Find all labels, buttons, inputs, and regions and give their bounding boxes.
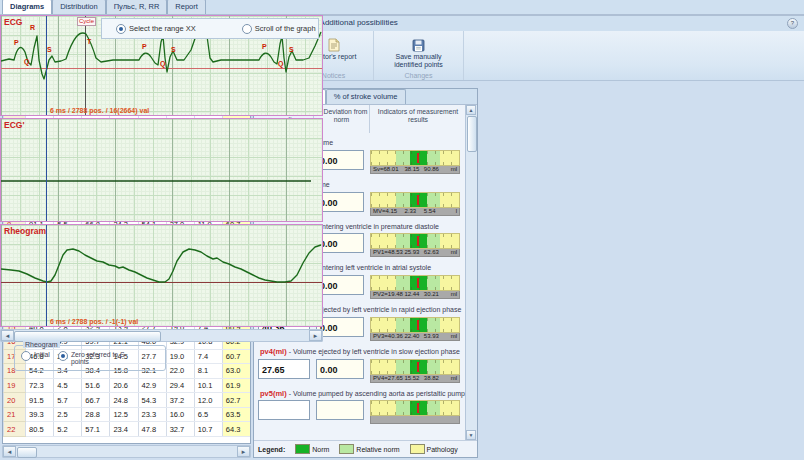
- cycle-label: Cycle: [77, 17, 96, 26]
- wave-point-label: S: [289, 46, 294, 53]
- cell-pv4: 29.4: [166, 378, 194, 393]
- deviation-value-box[interactable]: [316, 400, 364, 420]
- scroll-left-icon[interactable]: ◄: [3, 446, 16, 457]
- tab-report[interactable]: Report: [167, 0, 206, 14]
- cell-pv5: 10.1: [194, 378, 222, 393]
- cell-pv4: 19.0: [166, 349, 194, 364]
- initial-radio[interactable]: Initial: [21, 351, 50, 366]
- deviation-value-box[interactable]: 0.00: [316, 275, 364, 295]
- scroll-thumb[interactable]: [467, 116, 477, 152]
- gauge-scale: PV3=40.36 22.40 53.93 ml: [370, 333, 460, 341]
- parameter-description: Volume ejected by left ventricle in slow…: [293, 348, 460, 355]
- wave-point-label: S: [47, 46, 52, 53]
- group-changes: Save manually identified points Changes: [374, 31, 464, 80]
- radio-circle-icon[interactable]: [21, 351, 31, 361]
- deviation-value-box[interactable]: 0.00: [316, 192, 364, 212]
- norm-indicator-gauge: Sv=68.01 38.15 90.86 ml: [370, 150, 460, 174]
- gauge-scale: PV1=48.53 25.93 62.63 ml: [370, 249, 460, 257]
- table-row[interactable]: 22 80.5 5.2 57.1 23.4 47.8 32.7 10.7 64.…: [4, 422, 251, 437]
- wave-point-label: Q: [24, 58, 29, 65]
- cell-mv: 4.5: [54, 378, 82, 393]
- parameter-block: pv5(ml) - Volume pumped by ascending aor…: [254, 389, 468, 427]
- legend-item: Norm: [295, 444, 329, 454]
- wave-point-label: S: [171, 46, 176, 53]
- table-row[interactable]: 19 72.3 4.5 51.6 20.6 42.9 29.4 10.1 61.…: [4, 378, 251, 393]
- rheogram-position-readout: 6 ms / 2788 pos. / -1(-1) val: [50, 318, 138, 325]
- tab-additional-possibilities[interactable]: Additional possibilities: [313, 14, 407, 31]
- scroll-right-icon[interactable]: ►: [237, 446, 250, 457]
- group-caption-changes: Changes: [374, 72, 463, 79]
- tab-stroke-volume-percent[interactable]: % of stroke volume: [326, 89, 406, 104]
- radio-circle-icon[interactable]: [242, 24, 252, 34]
- gauge-legend: Legend: Norm Relative norm Pathology: [254, 440, 477, 457]
- deviation-value-box[interactable]: 0.00: [316, 150, 364, 170]
- scroll-graph-radio[interactable]: Scroll of the graph: [242, 24, 316, 34]
- gauge-bar: [370, 359, 460, 375]
- deviation-value-box[interactable]: 0.00: [316, 317, 364, 337]
- tab-pulse-r-rr[interactable]: Пульс, R, RR: [106, 0, 168, 14]
- table-row[interactable]: 20 91.5 5.7 66.7 24.8 54.3 37.2 12.0 62.…: [4, 393, 251, 408]
- gauge-scale: MV=4.15 2.33 5.54 l: [370, 208, 460, 216]
- legend-color-swatch: [295, 444, 310, 454]
- ecg-derivative-chart[interactable]: ECG': [0, 118, 323, 222]
- cell-hr: 61.9: [222, 378, 250, 393]
- select-range-radio[interactable]: Select the range XX: [116, 24, 196, 34]
- ribbon-spacer: [464, 31, 804, 80]
- cell-pv4: 32.7: [166, 422, 194, 437]
- norm-indicator-gauge: [370, 400, 460, 424]
- radio-dot-icon[interactable]: [58, 351, 68, 361]
- diagrams-panel: Diagrams Distribution Пульс, R, RR Repor…: [0, 0, 323, 370]
- cursor-line[interactable]: [46, 16, 47, 115]
- cursor-line[interactable]: [46, 225, 47, 326]
- zero-referred-radio[interactable]: Zero referred to S points: [58, 351, 129, 366]
- scroll-up-icon[interactable]: ▲: [466, 105, 476, 115]
- gauge-scale: PV2=19.48 12.44 30.21 ml: [370, 291, 460, 299]
- gauge-bar: [370, 400, 460, 416]
- cell-pv2: 24.8: [110, 393, 138, 408]
- ecg-position-readout: 6 ms / 2788 pos. / 16(2664) val: [50, 107, 149, 114]
- wave-point-label: Q: [278, 60, 283, 67]
- deviation-value-box[interactable]: 0.00: [316, 233, 364, 253]
- ecg-chart-label: ECG: [4, 17, 22, 27]
- cell-pv5: 6.5: [194, 407, 222, 422]
- scroll-thumb[interactable]: [17, 447, 37, 458]
- scroll-down-icon[interactable]: ▼: [466, 430, 476, 440]
- scroll-left-icon[interactable]: ◄: [1, 330, 14, 341]
- cell-pv1: 57.1: [82, 422, 110, 437]
- table-row[interactable]: 21 39.3 2.5 28.8 12.5 23.3 16.0 6.5 63.5: [4, 407, 251, 422]
- cell-hr: 63.5: [222, 407, 250, 422]
- gauge-bar: [370, 317, 460, 333]
- save-points-button[interactable]: Save manually identified points: [378, 35, 459, 72]
- wave-point-label: P: [142, 43, 147, 50]
- legend-item: Pathology: [410, 444, 458, 454]
- measurement-value-box[interactable]: [258, 400, 310, 420]
- norm-indicator-gauge: MV=4.15 2.33 5.54 l: [370, 192, 460, 216]
- volumes-vertical-scrollbar[interactable]: ▲ ▼: [465, 105, 477, 440]
- cell-pv2: 12.5: [110, 407, 138, 422]
- table-horizontal-scrollbar[interactable]: ◄ ►: [2, 445, 251, 458]
- tab-distribution[interactable]: Distribution: [52, 0, 106, 14]
- parameter-code: pv4(ml): [260, 347, 287, 356]
- tab-diagrams[interactable]: Diagrams: [2, 0, 52, 14]
- diagrams-tab-bar: Diagrams Distribution Пульс, R, RR Repor…: [0, 0, 804, 15]
- radio-dot-icon[interactable]: [116, 24, 126, 34]
- ecg2-chart-label: ECG': [4, 120, 24, 130]
- legend-title: Legend:: [258, 446, 285, 453]
- norm-indicator-gauge: PV4=27.65 15.52 38.82 ml: [370, 359, 460, 383]
- save-disk-icon: [412, 38, 425, 52]
- ecg2-waveform: [1, 119, 322, 221]
- parameter-name: pv5(ml) - Volume pumped by ascending aor…: [260, 389, 466, 399]
- measurement-value-box[interactable]: 27.65: [258, 359, 310, 379]
- ecg-chart[interactable]: ECG Cycle P R Q S T P x'' Q S x'' P: [0, 15, 323, 116]
- cursor-line[interactable]: [46, 119, 47, 221]
- cell-sv: 91.5: [26, 393, 54, 408]
- legend-item: Relative norm: [339, 444, 399, 454]
- deviation-value-box[interactable]: 0.00: [316, 359, 364, 379]
- legend-label: Pathology: [427, 446, 458, 453]
- scroll-right-icon[interactable]: ►: [309, 330, 322, 341]
- header-indicators: Indicators of measurement results: [370, 105, 466, 133]
- rheogram-chart[interactable]: Rheogram 6 ms / 2788 pos. / -1(-1) val: [0, 224, 323, 327]
- gauge-bar: [370, 150, 460, 166]
- range-mode-toolbar: Select the range XX Scroll of the graph: [101, 18, 319, 39]
- help-icon[interactable]: ?: [787, 18, 798, 29]
